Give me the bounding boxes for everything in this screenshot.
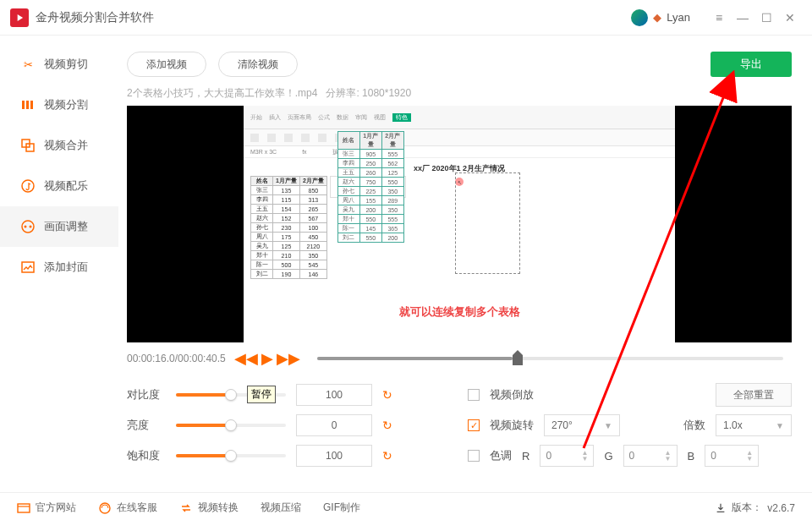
username[interactable]: Lyan xyxy=(667,11,690,24)
pause-tooltip: 暂停 xyxy=(247,386,276,403)
brightness-label: 亮度 xyxy=(127,418,166,433)
g-input[interactable]: 0▲▼ xyxy=(623,445,678,467)
sidebar-item-label: 画面调整 xyxy=(44,219,88,234)
svg-rect-10 xyxy=(18,504,30,512)
app-title: 金舟视频分割合并软件 xyxy=(36,10,154,25)
contrast-reset-icon[interactable]: ↻ xyxy=(382,388,392,402)
scissors-icon: ✂ xyxy=(20,57,36,72)
sidebar-item-label: 视频剪切 xyxy=(44,57,88,72)
sidebar-item-label: 视频合并 xyxy=(44,138,88,153)
sidebar-item-adjust[interactable]: 画面调整 xyxy=(0,206,118,247)
brightness-input[interactable] xyxy=(296,414,372,436)
footer-website[interactable]: 官方网站 xyxy=(17,501,76,515)
sidebar-item-label: 视频分割 xyxy=(44,97,88,112)
sidebar-item-split[interactable]: 视频分割 xyxy=(0,85,118,125)
playback-row: 00:00:16.0/00:00:40.5 ◀◀ ▶ ▶▶ xyxy=(118,342,800,375)
image-icon xyxy=(20,260,36,275)
prev-button[interactable]: ◀◀ xyxy=(234,349,258,368)
clear-video-button[interactable]: 清除视频 xyxy=(218,52,298,77)
g-label: G xyxy=(604,450,612,463)
footer-compress[interactable]: 视频压缩 xyxy=(261,501,301,515)
reverse-label: 视频倒放 xyxy=(490,387,534,402)
saturation-slider[interactable] xyxy=(176,454,286,457)
footer: 官方网站 在线客服 视频转换 视频压缩 GIF制作 版本：v2.6.7 xyxy=(0,492,812,523)
reverse-checkbox[interactable] xyxy=(468,389,480,401)
speed-select[interactable]: 1.0x▼ xyxy=(716,414,792,436)
time-display: 00:00:16.0/00:00:40.5 xyxy=(127,353,226,364)
svg-rect-0 xyxy=(22,101,25,109)
sidebar-item-merge[interactable]: 视频合并 xyxy=(0,125,118,166)
file-info: 2个表格小技巧，大大提高工作效率！.mp4 分辨率: 1080*1920 xyxy=(118,85,800,106)
export-button[interactable]: 导出 xyxy=(710,52,792,77)
rotate-select[interactable]: 270°▼ xyxy=(544,414,620,436)
preview-frame: 开始插入页面布局公式数据审阅视图特色 M3R x 3Cfx孩名 xx厂 2020… xyxy=(244,106,675,342)
maximize-button[interactable]: ☐ xyxy=(754,8,778,28)
play-button[interactable]: ▶ xyxy=(261,349,273,368)
titlebar: 金舟视频分割合并软件 ◆ Lyan ≡ — ☐ ✕ xyxy=(0,0,812,36)
svg-point-8 xyxy=(30,226,32,228)
contrast-label: 对比度 xyxy=(127,387,166,402)
merge-icon xyxy=(20,138,36,153)
footer-gif[interactable]: GIF制作 xyxy=(323,501,360,515)
footer-convert[interactable]: 视频转换 xyxy=(179,501,239,515)
svg-point-7 xyxy=(25,226,27,228)
avatar[interactable] xyxy=(631,9,648,26)
adjust-icon xyxy=(20,219,36,234)
sidebar: ✂ 视频剪切 视频分割 视频合并 视频配乐 画面调整 添加封面 xyxy=(0,36,118,492)
rotate-checkbox[interactable]: ✓ xyxy=(468,419,480,431)
file-name: 2个表格小技巧，大大提高工作效率！.mp4 xyxy=(127,87,317,99)
toolbar: 添加视频 清除视频 导出 xyxy=(118,44,800,85)
r-input[interactable]: 0▲▼ xyxy=(540,445,594,467)
hue-checkbox[interactable] xyxy=(468,450,480,462)
video-preview[interactable]: 开始插入页面布局公式数据审阅视图特色 M3R x 3Cfx孩名 xx厂 2020… xyxy=(127,106,792,342)
preview-caption: 就可以连续复制多个表格 xyxy=(250,304,668,320)
svg-point-6 xyxy=(22,221,34,233)
sidebar-item-label: 视频配乐 xyxy=(44,178,88,194)
sidebar-item-label: 添加封面 xyxy=(44,260,88,275)
reset-all-button[interactable]: 全部重置 xyxy=(716,383,792,407)
speed-label: 倍数 xyxy=(683,418,705,433)
file-res-label: 分辨率: xyxy=(326,87,359,99)
timeline-knob[interactable] xyxy=(513,350,523,368)
file-res-value: 1080*1920 xyxy=(362,87,411,99)
brightness-slider[interactable] xyxy=(176,424,286,427)
app-logo-icon xyxy=(10,8,29,27)
svg-rect-2 xyxy=(30,101,33,109)
svg-rect-1 xyxy=(26,101,29,109)
minimize-button[interactable]: — xyxy=(731,8,754,28)
saturation-label: 饱和度 xyxy=(127,448,166,463)
r-label: R xyxy=(522,450,529,463)
saturation-reset-icon[interactable]: ↻ xyxy=(382,449,392,463)
sidebar-item-trim[interactable]: ✂ 视频剪切 xyxy=(0,44,118,85)
sidebar-item-cover[interactable]: 添加封面 xyxy=(0,247,118,287)
music-icon xyxy=(20,178,36,194)
b-label: B xyxy=(688,450,695,463)
close-button[interactable]: ✕ xyxy=(778,8,802,28)
sidebar-item-music[interactable]: 视频配乐 xyxy=(0,166,118,206)
footer-support[interactable]: 在线客服 xyxy=(98,501,157,515)
b-input[interactable]: 0▲▼ xyxy=(705,445,759,467)
next-button[interactable]: ▶▶ xyxy=(277,349,300,368)
split-icon xyxy=(20,97,36,112)
hue-label: 色调 xyxy=(490,448,512,463)
brightness-reset-icon[interactable]: ↻ xyxy=(382,419,392,432)
rotate-label: 视频旋转 xyxy=(490,418,534,433)
version[interactable]: 版本：v2.6.7 xyxy=(715,501,795,515)
add-video-button[interactable]: 添加视频 xyxy=(127,52,206,77)
timeline[interactable] xyxy=(317,357,783,360)
contrast-input[interactable] xyxy=(296,384,372,406)
gem-icon: ◆ xyxy=(653,11,661,24)
saturation-input[interactable] xyxy=(296,445,372,467)
menu-button[interactable]: ≡ xyxy=(707,8,731,28)
